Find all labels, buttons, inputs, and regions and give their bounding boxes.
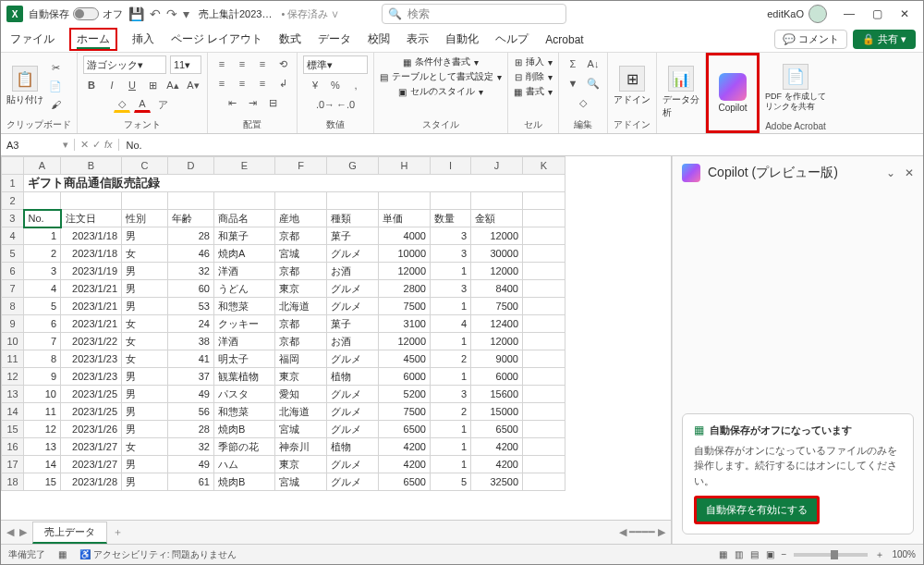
cell[interactable]: 男 [122,227,168,245]
cell[interactable]: 宮城 [275,473,327,491]
cell[interactable]: 焼肉A [214,245,275,263]
decrease-decimal-icon[interactable]: ←.0 [337,96,354,113]
align-center-icon[interactable]: ≡ [234,75,250,92]
cell[interactable]: ギフト商品通信販売記録 [24,175,565,192]
align-middle-icon[interactable]: ≡ [234,55,250,72]
tab-automate[interactable]: 自動化 [444,28,480,51]
cell[interactable]: 3 [431,386,471,403]
cell[interactable]: 38 [168,333,214,350]
cell[interactable]: 和惣菜 [214,403,275,421]
col-header[interactable]: F [275,157,327,175]
cell[interactable]: 8400 [471,280,523,298]
new-sheet-button[interactable]: ＋ [113,525,123,539]
currency-icon[interactable]: ¥ [307,77,323,93]
cell[interactable] [523,315,565,333]
cell[interactable]: 5 [24,298,61,315]
cell[interactable]: グルメ [327,350,379,368]
wrap-text-icon[interactable]: ↲ [274,75,291,92]
tab-file[interactable]: ファイル [8,28,56,51]
cell[interactable]: 女 [122,315,168,333]
cell[interactable]: 12000 [471,227,523,245]
cell[interactable]: 15 [24,473,61,491]
bold-button[interactable]: B [83,77,100,93]
cell[interactable] [523,386,565,403]
cell[interactable]: 男 [122,368,168,386]
display-settings-icon[interactable]: ▦ [719,549,727,559]
cell[interactable] [523,368,565,386]
cell[interactable]: 3 [24,263,61,280]
cell[interactable]: 京都 [275,333,327,350]
align-top-icon[interactable]: ≡ [213,55,230,72]
minimize-button[interactable]: — [836,5,862,23]
col-header[interactable]: G [327,157,379,175]
enter-icon[interactable]: ✓ [92,139,101,151]
fill-icon[interactable]: ▼ [565,75,581,92]
cell[interactable] [214,192,275,210]
zoom-out-icon[interactable]: − [782,549,787,559]
merge-button[interactable]: ⊟ [264,94,281,111]
cell[interactable]: 種類 [327,210,379,227]
cell[interactable]: グルメ [327,421,379,438]
worksheet-grid[interactable]: ABCDEFGHIJK1ギフト商品通信販売記録23No.注文日性別年齢商品名産地… [1,156,671,520]
cell[interactable]: 10 [24,386,61,403]
border-button[interactable]: ⊞ [144,77,161,93]
cell[interactable]: 12400 [471,315,523,333]
cell[interactable] [471,192,523,210]
cell[interactable]: 女 [122,245,168,263]
cell[interactable] [523,456,565,473]
cell[interactable]: 京都 [275,263,327,280]
cell[interactable]: 単価 [379,210,431,227]
cell[interactable]: 愛知 [275,386,327,403]
sort-icon[interactable]: A↓ [585,55,602,72]
cell[interactable]: 6000 [379,368,431,386]
cell[interactable]: 7500 [379,403,431,421]
formula-input[interactable]: No. [119,140,923,151]
cell[interactable]: 観葉植物 [214,368,275,386]
paste-button[interactable]: 📋貼り付け [6,66,43,106]
cell[interactable]: 10000 [379,245,431,263]
number-format-dropdown[interactable]: 標準 ▾ [303,55,368,74]
cell[interactable]: 植物 [327,368,379,386]
cell[interactable] [523,333,565,350]
cell[interactable]: 28 [168,421,214,438]
cell[interactable]: 北海道 [275,298,327,315]
search-box[interactable]: 🔍 検索 [382,4,566,24]
cell[interactable]: 明太子 [214,350,275,368]
align-right-icon[interactable]: ≡ [254,75,271,92]
underline-button[interactable]: U [124,77,140,93]
cell[interactable]: 焼肉B [214,421,275,438]
tab-formulas[interactable]: 数式 [277,28,303,51]
cell[interactable]: お酒 [327,333,379,350]
cell[interactable]: 和菓子 [214,227,275,245]
insert-cells-button[interactable]: ⊞ 挿入 ▾ [515,55,553,68]
cell[interactable]: 神奈川 [275,438,327,456]
cell[interactable]: 男 [122,386,168,403]
cell[interactable]: 男 [122,280,168,298]
cell[interactable]: 2023/1/27 [61,438,122,456]
cell[interactable]: クッキー [214,315,275,333]
cell[interactable]: 2 [431,403,471,421]
zoom-in-icon[interactable]: ＋ [875,548,884,561]
increase-font-icon[interactable]: A▴ [164,77,181,93]
tab-data[interactable]: データ [316,28,353,51]
qat-dropdown-icon[interactable]: ▾ [183,6,189,21]
format-cells-button[interactable]: ▦ 書式 ▾ [514,85,553,98]
cell[interactable]: 3 [431,227,471,245]
cell[interactable]: 2023/1/19 [61,263,122,280]
cell[interactable]: 宮城 [275,421,327,438]
cell[interactable]: No. [24,210,61,227]
zoom-slider[interactable] [794,553,868,557]
cell[interactable]: 7500 [379,298,431,315]
fx-icon[interactable]: fx [104,139,113,151]
copilot-button[interactable]: Copilot [714,73,751,113]
cell[interactable] [523,245,565,263]
stats-icon[interactable]: ▦ [58,549,67,559]
cell[interactable]: 14 [24,456,61,473]
pane-collapse-icon[interactable]: ⌄ [886,166,895,179]
cell[interactable]: 菓子 [327,315,379,333]
conditional-format-button[interactable]: ▦ 条件付き書式 ▾ [403,55,479,68]
cell[interactable]: 1 [431,456,471,473]
pane-close-icon[interactable]: ✕ [905,166,914,179]
font-color-button[interactable]: A [134,96,151,113]
cell[interactable]: 9000 [471,350,523,368]
